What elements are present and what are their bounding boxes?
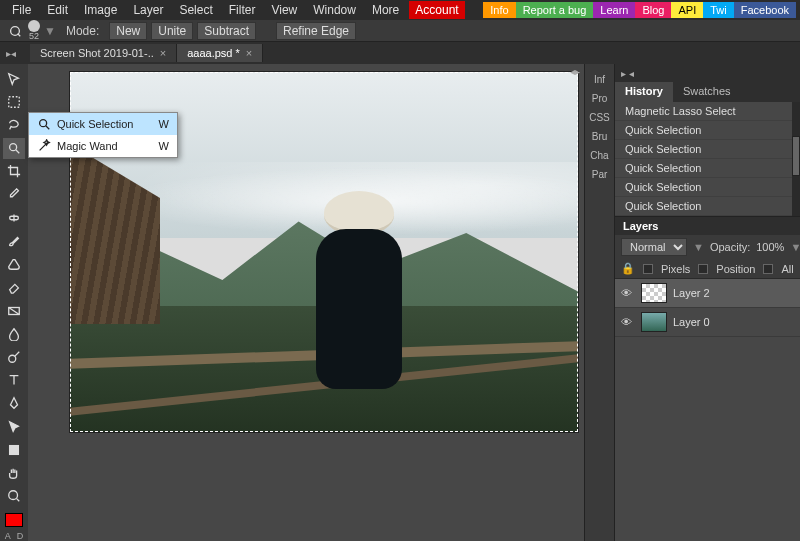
color-swatches[interactable] xyxy=(5,513,23,527)
blur-tool[interactable] xyxy=(3,323,25,344)
history-item[interactable]: Quick Selection xyxy=(615,178,800,197)
tool-flyout: Quick Selection W Magic Wand W xyxy=(28,112,178,158)
panel-character[interactable]: Cha xyxy=(590,150,608,161)
collapse-right-icon[interactable]: ◂▸ xyxy=(570,66,580,77)
lasso-tool[interactable] xyxy=(3,114,25,135)
brush-tool[interactable] xyxy=(3,230,25,251)
lock-icon: 🔒 xyxy=(621,262,635,275)
menu-edit[interactable]: Edit xyxy=(39,1,76,19)
menu-image[interactable]: Image xyxy=(76,1,125,19)
link-report-bug[interactable]: Report a bug xyxy=(516,2,594,18)
layer-thumbnail xyxy=(641,283,667,303)
menu-view[interactable]: View xyxy=(263,1,305,19)
svg-rect-6 xyxy=(10,445,19,454)
menu-filter[interactable]: Filter xyxy=(221,1,264,19)
healing-tool[interactable] xyxy=(3,207,25,228)
menu-window[interactable]: Window xyxy=(305,1,364,19)
blend-mode-select[interactable]: Normal xyxy=(621,238,687,256)
marquee-tool[interactable] xyxy=(3,91,25,112)
layer-row[interactable]: 👁 Layer 2 xyxy=(615,279,800,308)
dodge-tool[interactable] xyxy=(3,346,25,367)
options-bar: 52 ▼ Mode: New Unite Subtract Refine Edg… xyxy=(0,20,800,42)
right-panel: ▸ ◂ History Swatches Magnetic Lasso Sele… xyxy=(614,64,800,541)
link-blog[interactable]: Blog xyxy=(635,2,671,18)
eyedropper-tool[interactable] xyxy=(3,184,25,205)
menu-bar: File Edit Image Layer Select Filter View… xyxy=(0,0,800,20)
refine-edge-button[interactable]: Refine Edge xyxy=(276,22,356,40)
brush-size-picker[interactable]: 52 xyxy=(28,20,40,41)
layer-row[interactable]: 👁 Layer 0 xyxy=(615,308,800,337)
layer-lock-row: 🔒 Pixels Position All xyxy=(615,259,800,279)
svg-point-8 xyxy=(40,120,47,127)
eraser-tool[interactable] xyxy=(3,277,25,298)
lock-pixels-label: Pixels xyxy=(661,263,690,275)
panel-brush[interactable]: Bru xyxy=(592,131,608,142)
menu-account[interactable]: Account xyxy=(409,1,464,19)
quick-selection-tool[interactable] xyxy=(3,138,25,159)
path-select-tool[interactable] xyxy=(3,416,25,437)
link-learn[interactable]: Learn xyxy=(593,2,635,18)
history-item[interactable]: Quick Selection xyxy=(615,159,800,178)
clone-tool[interactable] xyxy=(3,254,25,275)
mode-new-button[interactable]: New xyxy=(109,22,147,40)
panel-paragraph[interactable]: Par xyxy=(592,169,608,180)
svg-point-5 xyxy=(9,355,16,362)
gradient-tool[interactable] xyxy=(3,300,25,321)
panel-css[interactable]: CSS xyxy=(589,112,610,123)
history-item[interactable]: Quick Selection xyxy=(615,197,800,216)
collapse-panel-icon[interactable]: ▸ ◂ xyxy=(621,68,634,79)
opacity-value[interactable]: 100% xyxy=(756,241,784,253)
lock-position-checkbox[interactable] xyxy=(698,264,708,274)
svg-point-7 xyxy=(9,491,18,500)
shape-tool[interactable] xyxy=(3,439,25,460)
tab-swatches[interactable]: Swatches xyxy=(673,82,741,102)
menu-more[interactable]: More xyxy=(364,1,407,19)
lock-all-label: All xyxy=(781,263,793,275)
lock-position-label: Position xyxy=(716,263,755,275)
document-tabs: ▸◂ Screen Shot 2019-01-.. × aaaa.psd * × xyxy=(0,42,800,64)
mode-unite-button[interactable]: Unite xyxy=(151,22,193,40)
mode-label: Mode: xyxy=(60,22,105,40)
menu-layer[interactable]: Layer xyxy=(125,1,171,19)
visibility-icon[interactable]: 👁 xyxy=(621,316,635,328)
link-info[interactable]: Info xyxy=(483,2,515,18)
close-icon[interactable]: × xyxy=(160,47,166,59)
tab-label: aaaa.psd * xyxy=(187,47,240,59)
tab-document-2[interactable]: aaaa.psd * × xyxy=(177,44,263,62)
quick-selection-icon xyxy=(6,22,24,40)
lock-all-checkbox[interactable] xyxy=(763,264,773,274)
collapse-toolbar-icon[interactable]: ▸◂ xyxy=(6,48,16,59)
flyout-shortcut: W xyxy=(159,118,169,130)
history-item[interactable]: Quick Selection xyxy=(615,140,800,159)
close-icon[interactable]: × xyxy=(246,47,252,59)
type-tool[interactable] xyxy=(3,370,25,391)
move-tool[interactable] xyxy=(3,68,25,89)
panel-properties[interactable]: Pro xyxy=(592,93,608,104)
link-twitter[interactable]: Twi xyxy=(703,2,734,18)
quick-selection-icon xyxy=(37,117,51,131)
mode-subtract-button[interactable]: Subtract xyxy=(197,22,256,40)
flyout-item-label: Quick Selection xyxy=(57,118,133,130)
foreground-color[interactable] xyxy=(5,513,23,527)
svg-rect-1 xyxy=(9,97,20,108)
link-api[interactable]: API xyxy=(671,2,703,18)
zoom-tool[interactable] xyxy=(3,486,25,507)
scrollbar[interactable] xyxy=(792,102,800,216)
history-item[interactable]: Magnetic Lasso Select xyxy=(615,102,800,121)
collapsed-panels: Inf Pro CSS Bru Cha Par xyxy=(584,64,614,541)
flyout-quick-selection[interactable]: Quick Selection W xyxy=(29,113,177,135)
crop-tool[interactable] xyxy=(3,161,25,182)
flyout-magic-wand[interactable]: Magic Wand W xyxy=(29,135,177,157)
tab-document-1[interactable]: Screen Shot 2019-01-.. × xyxy=(30,44,177,62)
tab-history[interactable]: History xyxy=(615,82,673,102)
panel-info[interactable]: Inf xyxy=(594,74,605,85)
pen-tool[interactable] xyxy=(3,393,25,414)
link-facebook[interactable]: Facebook xyxy=(734,2,796,18)
menu-file[interactable]: File xyxy=(4,1,39,19)
layer-thumbnail xyxy=(641,312,667,332)
menu-select[interactable]: Select xyxy=(171,1,220,19)
hand-tool[interactable] xyxy=(3,462,25,483)
history-item[interactable]: Quick Selection xyxy=(615,121,800,140)
visibility-icon[interactable]: 👁 xyxy=(621,287,635,299)
lock-pixels-checkbox[interactable] xyxy=(643,264,653,274)
